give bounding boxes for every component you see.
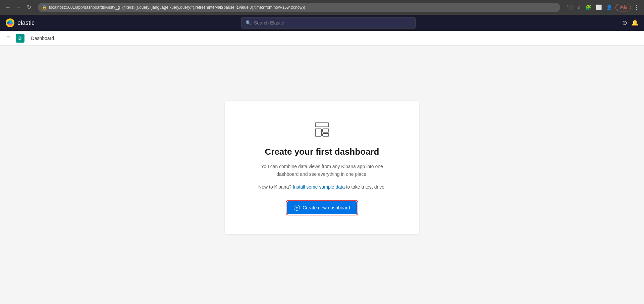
notification-icon[interactable]: 🔔 — [631, 19, 639, 27]
svg-rect-8 — [323, 134, 329, 136]
sample-data-link[interactable]: Install some sample data — [293, 184, 345, 190]
sample-text-after: to take a test drive. — [346, 184, 386, 190]
help-icon[interactable]: ⊙ — [622, 19, 627, 27]
hamburger-menu-button[interactable]: ≡ — [5, 33, 12, 43]
lock-icon: 🔒 — [42, 5, 47, 10]
browser-chrome: ← → ↻ 🔒 localhost:5601/app/dashboards#/l… — [0, 0, 644, 15]
update-button[interactable]: 更新 — [615, 4, 631, 11]
breadcrumb: Dashboard — [29, 34, 57, 42]
logo-text: elastic — [17, 19, 35, 27]
address-bar[interactable]: 🔒 localhost:5601/app/dashboards#/list?_g… — [38, 3, 560, 12]
elastic-logo-icon — [5, 18, 15, 28]
extensions-icon[interactable]: 🧩 — [584, 3, 593, 11]
profile-icon[interactable]: 👤 — [605, 3, 613, 11]
secondary-nav: ≡ D Dashboard — [0, 31, 644, 46]
main-content: Create your first dashboard You can comb… — [0, 46, 644, 289]
reload-button[interactable]: ↻ — [25, 3, 33, 11]
search-bar-container: 🔍 — [40, 17, 617, 29]
plus-circle-icon: + — [294, 205, 300, 211]
app-topbar: elastic 🔍 ⊙ 🔔 — [0, 15, 644, 31]
dashboard-icon-container — [252, 121, 392, 138]
topbar-right: ⊙ 🔔 — [622, 19, 639, 27]
back-button[interactable]: ← — [4, 3, 12, 11]
menu-dots-icon[interactable]: ⋮ — [633, 3, 640, 11]
browser-actions: ⬛ ☆ 🧩 ⬜ 👤 更新 ⋮ — [566, 3, 640, 11]
address-text: localhost:5601/app/dashboards#/list?_g=(… — [49, 5, 305, 10]
empty-state-card: Create your first dashboard You can comb… — [225, 101, 419, 235]
elastic-logo[interactable]: elastic — [5, 18, 35, 28]
empty-state-description: You can combine data views from any Kiba… — [252, 163, 392, 178]
window-icon[interactable]: ⬜ — [595, 3, 603, 11]
search-input[interactable] — [254, 20, 411, 26]
forward-button[interactable]: → — [15, 3, 23, 11]
screenshot-icon[interactable]: ⬛ — [566, 3, 574, 11]
search-icon: 🔍 — [246, 20, 251, 26]
empty-state-sample-text: New to Kibana? Install some sample data … — [252, 183, 392, 191]
svg-rect-7 — [323, 129, 329, 132]
search-bar[interactable]: 🔍 — [241, 17, 416, 29]
svg-rect-5 — [315, 123, 329, 127]
create-dashboard-button[interactable]: + Create new dashboard — [287, 201, 357, 214]
svg-rect-6 — [315, 129, 321, 136]
dashboard-layout-icon — [313, 121, 331, 138]
avatar: D — [16, 34, 24, 43]
empty-state-title: Create your first dashboard — [252, 146, 392, 158]
bookmark-icon[interactable]: ☆ — [576, 3, 582, 11]
sample-text-before: New to Kibana? — [258, 184, 291, 190]
create-dashboard-label: Create new dashboard — [303, 205, 350, 210]
